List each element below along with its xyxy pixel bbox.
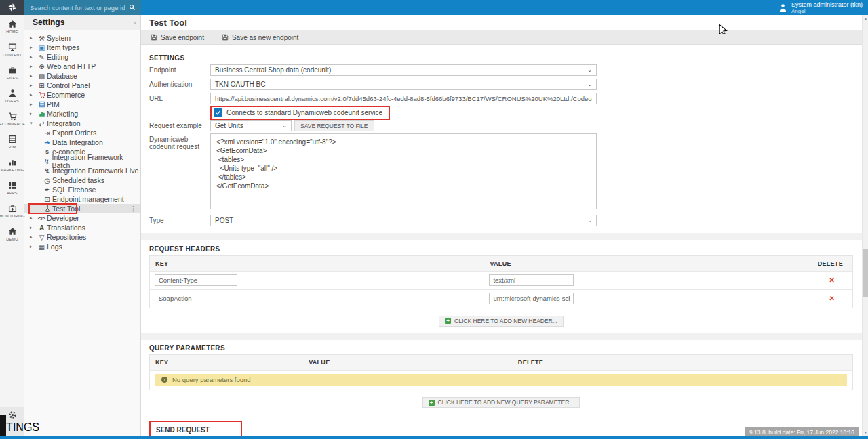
rail-item-apps[interactable]: APPS: [0, 176, 24, 199]
header-value-input[interactable]: [489, 293, 574, 304]
add-query-parameter-button[interactable]: + CLICK HERE TO ADD NEW QUERY PARAMETER.…: [422, 397, 580, 408]
codeunit-request-textarea[interactable]: <?xml version="1.0" encoding="utf-8"?> <…: [210, 133, 597, 209]
page-title: Test Tool: [149, 18, 187, 28]
delete-row-icon[interactable]: ✕: [829, 295, 835, 302]
chevron-collapsed-icon[interactable]: ▸: [30, 73, 37, 79]
header-key-input[interactable]: [155, 274, 237, 286]
sidebar-item-scheduled-tasks[interactable]: ◷Scheduled tasks: [24, 175, 140, 185]
add-header-button[interactable]: + CLICK HERE TO ADD NEW HEADER...: [439, 316, 564, 327]
sidebar-item-item-types[interactable]: ▸▣Item types: [24, 43, 140, 52]
sidebar-item-label: Database: [47, 72, 77, 80]
authentication-select[interactable]: TKN OAUTH BC ⌄: [210, 79, 597, 90]
codeunit-checkbox[interactable]: [214, 108, 222, 117]
chevron-expanded-icon[interactable]: ▾: [30, 121, 37, 126]
sidebar-item-label: Ecommerce: [47, 91, 85, 99]
sidebar-item-label: Marketing: [47, 110, 78, 118]
sidebar-item-integration-framework-batch[interactable]: ↯Integration Framework Batch: [24, 156, 140, 166]
sidebar-item-endpoint-management[interactable]: ⊡Endpoint management: [24, 194, 140, 204]
scroll-up-icon[interactable]: ▲: [863, 16, 868, 20]
col-value: VALUE: [309, 359, 330, 366]
rail-item-label: USERS: [5, 99, 19, 103]
sidebar-item-integration-framework-live[interactable]: ↯Integration Framework Live: [24, 166, 140, 175]
sidebar-item-repositories[interactable]: ▸▽Repositories: [24, 232, 140, 242]
sidebar-item-system[interactable]: ▸⚒System: [24, 33, 140, 43]
chevron-collapsed-icon[interactable]: ▸: [30, 102, 37, 107]
query-parameters-table: KEY VALUE DELETE i No query parameters f…: [149, 354, 853, 390]
edit-icon: ✎: [37, 54, 47, 61]
sidebar-item-label: Endpoint management: [52, 195, 124, 203]
chevron-collapsed-icon[interactable]: ▸: [30, 111, 37, 117]
section-divider: [141, 333, 868, 340]
sidebar-item-test-tool[interactable]: Test Tool⋮: [24, 204, 140, 213]
scrollbar-thumb[interactable]: [863, 249, 868, 297]
rail-item-files[interactable]: FILES: [0, 61, 24, 84]
chevron-collapsed-icon[interactable]: ▸: [30, 244, 37, 249]
sidebar-item-translations[interactable]: ▸ATranslations: [24, 223, 140, 232]
code-icon: </>: [37, 215, 47, 222]
rail-item-monitoring[interactable]: MONITORING: [0, 199, 24, 222]
endpoint-label: Endpoint: [149, 64, 210, 76]
chevron-collapsed-icon[interactable]: ▸: [30, 45, 37, 50]
clock-icon: ◷: [42, 177, 52, 184]
chevron-down-icon: ⌄: [587, 217, 592, 224]
rail-item-marketing[interactable]: MARKETING: [0, 153, 24, 176]
chevron-collapsed-icon[interactable]: ▸: [30, 234, 37, 240]
header-key-input[interactable]: [155, 293, 237, 304]
chevron-collapsed-icon[interactable]: ▸: [30, 215, 37, 221]
sidebar-item-marketing[interactable]: ▸Marketing: [24, 109, 140, 119]
sidebar-item-pim[interactable]: ▸PIM: [24, 100, 140, 109]
url-input[interactable]: [210, 93, 597, 104]
request-example-select[interactable]: Get Units ⌄: [210, 120, 292, 131]
type-select[interactable]: POST ⌄: [210, 215, 597, 226]
rail-item-users[interactable]: USERS: [0, 84, 24, 107]
header-value-input[interactable]: [489, 274, 574, 286]
rail-item-label: HOME: [6, 30, 18, 34]
vertical-scrollbar[interactable]: ▲ ▼: [862, 15, 868, 436]
sidebar-item-logs[interactable]: ▸▦Logs: [24, 242, 140, 251]
save-endpoint-button[interactable]: Save endpoint: [151, 34, 204, 41]
sidebar-item-database[interactable]: ▸▤Database: [24, 71, 140, 81]
chevron-collapsed-icon[interactable]: ▸: [30, 83, 37, 88]
rail-item-content[interactable]: CONTENT: [0, 38, 24, 61]
person-icon: [8, 89, 17, 98]
sidebar-collapse-icon[interactable]: ‹: [134, 19, 136, 26]
dynamicweb-logo-icon[interactable]: [0, 0, 24, 15]
chevron-collapsed-icon[interactable]: ▸: [30, 225, 37, 230]
toolbar: Save endpoint Save as new endpoint: [141, 30, 868, 45]
sidebar-item-data-integration[interactable]: ➔Data Integration: [24, 138, 140, 147]
col-key: KEY: [155, 359, 168, 366]
chevron-collapsed-icon[interactable]: ▸: [30, 35, 37, 41]
annotation-box-send-request: SEND REQUEST SEND REQUEST: [149, 421, 242, 436]
rail-item-label: CONTENT: [3, 53, 22, 57]
user-menu[interactable]: System administrator (tkn) Angel: [778, 0, 863, 15]
sidebar-item-integration[interactable]: ▾⇄Integration: [24, 119, 140, 128]
sidebar-item-export-orders[interactable]: ⇥Export Orders: [24, 128, 140, 138]
kebab-menu-icon[interactable]: ⋮: [130, 205, 136, 212]
sidebar-item-editing[interactable]: ▸✎Editing: [24, 52, 140, 62]
sidebar-item-label: Logs: [47, 243, 62, 251]
delete-row-icon[interactable]: ✕: [829, 276, 835, 284]
sidebar-item-developer[interactable]: ▸</>Developer: [24, 213, 140, 223]
header-row: ✕: [150, 271, 852, 289]
chevron-collapsed-icon[interactable]: ▸: [30, 92, 37, 98]
save-request-to-file-button[interactable]: SAVE REQUEST TO FILE: [294, 120, 374, 131]
rail-item-ecommerce[interactable]: ECOMMERCE: [0, 107, 24, 130]
sidebar-item-label: PIM: [47, 100, 60, 108]
svg-text:i: i: [164, 377, 165, 382]
sidebar-item-label: Integration Framework Live: [52, 167, 138, 175]
endpoint-select[interactable]: Business Central Shop data (codeunit) ⌄: [210, 64, 597, 76]
rail-item-demo[interactable]: DEMO: [0, 222, 24, 245]
grid-icon: [8, 181, 17, 190]
scroll-down-icon[interactable]: ▼: [863, 430, 868, 434]
sidebar-item-control-panel[interactable]: ▸⊞Control Panel: [24, 81, 140, 90]
sidebar-item-ecommerce[interactable]: ▸Ecommerce: [24, 90, 140, 100]
chevron-collapsed-icon[interactable]: ▸: [30, 64, 37, 69]
global-search-input[interactable]: Search content for text or page id: [24, 0, 141, 15]
sidebar-item-web-and-http[interactable]: ▸⊕Web and HTTP: [24, 62, 140, 71]
save-as-new-endpoint-button[interactable]: Save as new endpoint: [222, 34, 298, 41]
user-name: System administrator (tkn): [791, 1, 863, 8]
chevron-collapsed-icon[interactable]: ▸: [30, 54, 37, 60]
rail-item-pim[interactable]: PIM: [0, 130, 24, 153]
rail-item-home[interactable]: HOME: [0, 15, 24, 38]
sidebar-item-sql-firehose[interactable]: ✒SQL Firehose: [24, 185, 140, 194]
